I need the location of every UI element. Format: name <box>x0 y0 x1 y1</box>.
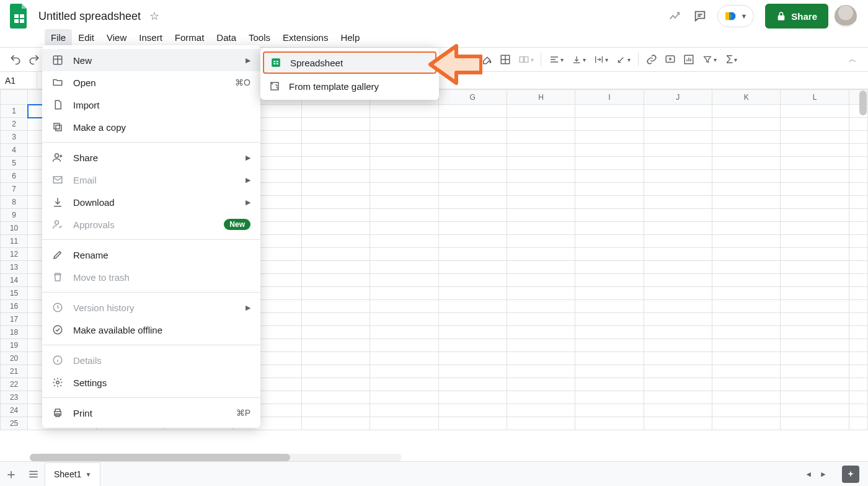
menu-make-copy[interactable]: Make a copy <box>42 116 260 138</box>
cell[interactable] <box>712 261 781 274</box>
cell[interactable] <box>575 391 644 404</box>
cell[interactable] <box>370 183 438 196</box>
cell[interactable] <box>507 209 575 222</box>
menu-insert[interactable]: Insert <box>133 29 169 46</box>
cell[interactable] <box>575 352 644 365</box>
name-box[interactable]: A1 <box>0 72 37 89</box>
cell[interactable] <box>301 222 370 235</box>
submenu-spreadsheet[interactable]: Spreadsheet <box>263 51 436 74</box>
explore-button[interactable] <box>842 466 859 483</box>
cell[interactable] <box>301 274 370 287</box>
cell[interactable] <box>575 144 644 157</box>
cell[interactable] <box>712 417 781 430</box>
row-header[interactable]: 4 <box>1 144 28 157</box>
menu-email[interactable]: Email ▶ <box>42 169 260 191</box>
cell[interactable] <box>712 300 781 313</box>
cell[interactable] <box>849 365 867 378</box>
star-icon[interactable]: ☆ <box>149 9 159 23</box>
cell[interactable] <box>507 105 575 118</box>
menu-print[interactable]: Print ⌘P <box>42 402 260 424</box>
chart-button[interactable] <box>680 50 698 69</box>
cell[interactable] <box>507 339 575 352</box>
cell[interactable] <box>781 391 849 404</box>
cell[interactable] <box>301 209 370 222</box>
cell[interactable] <box>370 261 438 274</box>
menu-download[interactable]: Download ▶ <box>42 191 260 213</box>
sheets-logo[interactable] <box>6 3 32 29</box>
cell[interactable] <box>781 144 849 157</box>
cell[interactable] <box>370 157 438 170</box>
cell[interactable] <box>575 118 644 131</box>
cell[interactable] <box>781 313 849 326</box>
cell[interactable] <box>301 105 370 118</box>
h-scrollbar[interactable] <box>30 454 402 461</box>
row-header[interactable]: 11 <box>1 235 28 248</box>
cell[interactable] <box>370 404 438 417</box>
wrap-button[interactable]: ▾ <box>590 50 612 69</box>
cell[interactable] <box>849 183 867 196</box>
cell[interactable] <box>438 118 507 131</box>
cell[interactable] <box>781 365 849 378</box>
menu-format[interactable]: Format <box>169 29 211 46</box>
cell[interactable] <box>849 118 867 131</box>
row-header[interactable]: 7 <box>1 183 28 196</box>
cell[interactable] <box>849 222 867 235</box>
cell[interactable] <box>849 404 867 417</box>
menu-help[interactable]: Help <box>334 29 366 46</box>
cell[interactable] <box>781 209 849 222</box>
cell[interactable] <box>575 183 644 196</box>
row-header[interactable]: 10 <box>1 222 28 235</box>
cell[interactable] <box>644 131 712 144</box>
cell[interactable] <box>575 105 644 118</box>
cell[interactable] <box>370 131 438 144</box>
cell[interactable] <box>301 352 370 365</box>
borders-button[interactable] <box>496 50 515 69</box>
cell[interactable] <box>849 170 867 183</box>
cell[interactable] <box>301 365 370 378</box>
cell[interactable] <box>370 248 438 261</box>
sheet-tab[interactable]: Sheet1 ▼ <box>45 462 100 486</box>
cell[interactable] <box>849 261 867 274</box>
menu-settings[interactable]: Settings <box>42 371 260 394</box>
cell[interactable] <box>849 378 867 391</box>
cell[interactable] <box>781 157 849 170</box>
cell[interactable] <box>507 365 575 378</box>
select-all[interactable] <box>1 90 28 105</box>
cell[interactable] <box>644 248 712 261</box>
cell[interactable] <box>438 170 507 183</box>
cell[interactable] <box>438 417 507 430</box>
row-header[interactable]: 3 <box>1 131 28 144</box>
cell[interactable] <box>301 326 370 339</box>
cell[interactable] <box>301 183 370 196</box>
meet-button[interactable]: ▼ <box>717 5 754 27</box>
cell[interactable] <box>438 352 507 365</box>
row-header[interactable]: 9 <box>1 209 28 222</box>
cell[interactable] <box>301 235 370 248</box>
row-header[interactable]: 16 <box>1 300 28 313</box>
cell[interactable] <box>781 235 849 248</box>
cell[interactable] <box>370 209 438 222</box>
cell[interactable] <box>712 196 781 209</box>
cell[interactable] <box>575 365 644 378</box>
row-header[interactable]: 1 <box>1 105 28 118</box>
cell[interactable] <box>781 222 849 235</box>
cell[interactable] <box>370 274 438 287</box>
cell[interactable] <box>644 313 712 326</box>
cell[interactable] <box>644 300 712 313</box>
cell[interactable] <box>575 196 644 209</box>
cell[interactable] <box>849 248 867 261</box>
cell[interactable] <box>438 339 507 352</box>
fill-color-button[interactable] <box>477 50 496 69</box>
cell[interactable] <box>301 287 370 300</box>
h-align-button[interactable]: ▾ <box>545 50 567 69</box>
cell[interactable] <box>781 287 849 300</box>
row-header[interactable]: 6 <box>1 170 28 183</box>
cell[interactable] <box>712 144 781 157</box>
cell[interactable] <box>849 235 867 248</box>
comment-button[interactable] <box>661 50 680 69</box>
cell[interactable] <box>370 417 438 430</box>
cell[interactable] <box>781 261 849 274</box>
cell[interactable] <box>575 339 644 352</box>
cell[interactable] <box>849 352 867 365</box>
link-button[interactable] <box>642 50 661 69</box>
